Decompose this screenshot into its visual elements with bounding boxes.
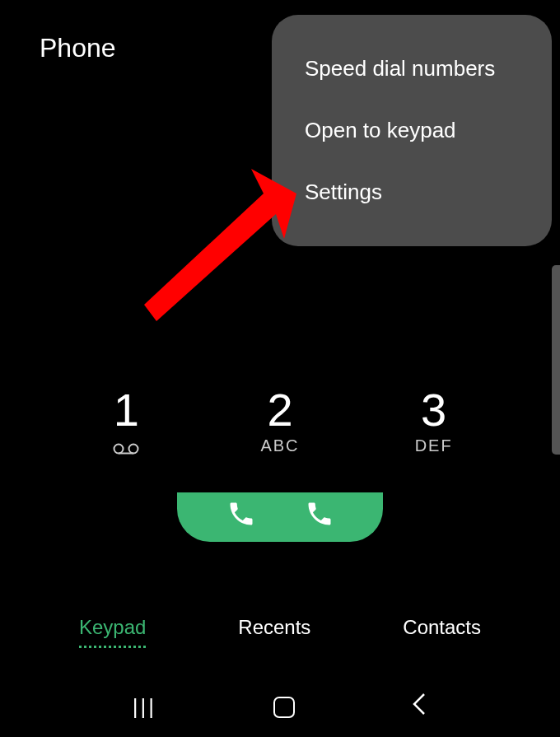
phone-icon — [305, 499, 334, 529]
key-2[interactable]: 2 ABC — [231, 387, 329, 459]
nav-home-button[interactable] — [273, 697, 295, 718]
voicemail-icon — [113, 438, 139, 459]
tab-contacts[interactable]: Contacts — [403, 616, 481, 648]
key-letters: DEF — [415, 436, 453, 455]
key-digit: 1 — [114, 387, 139, 433]
tab-recents[interactable]: Recents — [238, 616, 310, 648]
key-1[interactable]: 1 — [77, 387, 175, 459]
menu-item-open-keypad[interactable]: Open to keypad — [272, 100, 552, 161]
chevron-left-icon — [411, 693, 427, 716]
call-button[interactable] — [177, 492, 383, 542]
svg-point-2 — [129, 445, 138, 454]
nav-recents-button[interactable]: ||| — [133, 694, 156, 720]
key-3[interactable]: 3 DEF — [385, 387, 483, 459]
key-letters: ABC — [260, 436, 299, 455]
nav-back-button[interactable] — [411, 692, 427, 722]
menu-item-speed-dial[interactable]: Speed dial numbers — [272, 38, 552, 100]
tabs: Keypad Recents Contacts — [0, 616, 560, 648]
keypad: 1 2 ABC 3 DEF — [0, 387, 560, 459]
tab-keypad[interactable]: Keypad — [79, 616, 146, 648]
menu-item-settings[interactable]: Settings — [272, 161, 552, 223]
nav-bar: ||| — [0, 692, 560, 722]
dropdown-menu: Speed dial numbers Open to keypad Settin… — [272, 15, 552, 246]
key-digit: 3 — [421, 387, 446, 433]
phone-icon — [226, 499, 256, 529]
svg-point-1 — [114, 445, 124, 454]
key-digit: 2 — [267, 387, 292, 433]
